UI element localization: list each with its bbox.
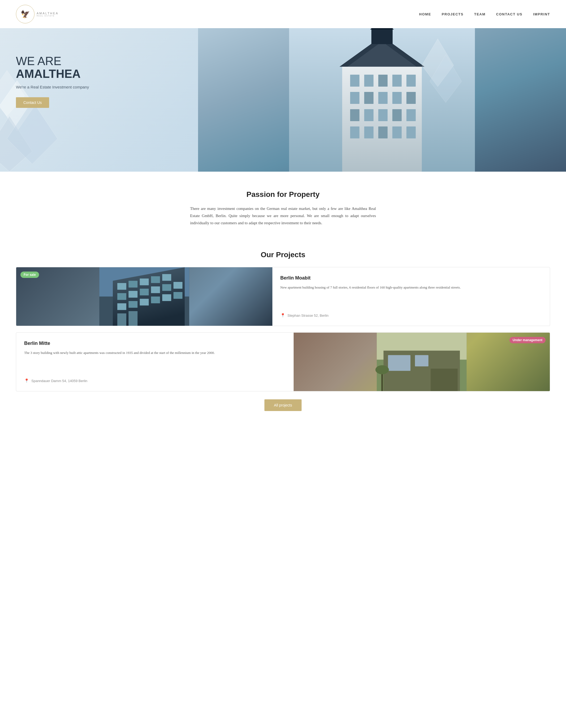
svg-rect-15 [350,92,359,104]
all-projects-wrapper: All projects [16,399,550,411]
project-title-2: Berlin Mitte [24,341,285,346]
brand-tagline: REAL ESTATE [37,15,58,17]
hero-section: WE ARE AMALTHEA We're a Real Estate Inve… [0,28,566,172]
nav-team[interactable]: TEAM [474,12,486,16]
svg-rect-10 [350,75,359,87]
project-info-2: Berlin Mitte The 3 story building with n… [16,333,293,391]
nav-projects[interactable]: PROJECTS [442,12,463,16]
location-icon-1: 📍 [281,313,285,318]
project-image-2: Under management [293,333,550,391]
project-badge-1: For sale [20,272,39,278]
project-title-1: Berlin Moabit [281,275,542,281]
building-placeholder [198,28,566,172]
svg-rect-45 [173,282,182,289]
nav-contact[interactable]: CONTACT US [496,12,522,16]
svg-rect-27 [378,126,387,138]
project-description-2: The 3 story building with newly built at… [24,350,285,356]
svg-rect-36 [129,281,138,287]
svg-rect-50 [162,294,171,301]
svg-rect-47 [129,301,138,308]
svg-rect-18 [392,92,402,104]
svg-rect-58 [388,355,411,371]
svg-rect-23 [392,109,402,121]
hero-text: WE ARE AMALTHEA We're a Real Estate Inve… [16,44,122,108]
svg-rect-46 [117,303,126,310]
logo-circle: 🦅 [16,5,35,23]
project-badge-2: Under management [509,337,546,343]
svg-rect-49 [151,297,160,303]
svg-rect-29 [406,126,416,138]
projects-heading: Our Projects [16,251,550,259]
svg-rect-42 [140,289,149,295]
svg-rect-26 [364,126,373,138]
project-card-2: Under management Berlin Mitte The 3 stor… [16,332,550,391]
project-info-1: Berlin Moabit New apartment building hou… [273,267,550,326]
passion-heading: Passion for Property [32,190,534,199]
project-address-2: Spanndauer Damm 54, 14059 Berlin [31,379,87,383]
svg-rect-51 [173,292,182,299]
svg-rect-38 [151,276,160,283]
svg-point-61 [375,365,389,374]
svg-rect-59 [415,355,428,366]
hero-cta-button[interactable]: Contact Us [16,97,49,108]
hero-heading: WE ARE AMALTHEA [16,55,122,81]
svg-rect-53 [129,311,138,326]
nav-home[interactable]: HOME [419,12,431,16]
svg-rect-21 [364,109,373,121]
logo-bird-icon: 🦅 [21,10,30,19]
svg-rect-52 [117,313,126,326]
project-location-2: 📍 Spanndauer Damm 54, 14059 Berlin [24,378,285,383]
project-location-1: 📍 Stephan Strasse 52, Berlin [281,313,542,318]
hero-subtext: We're a Real Estate Investment company [16,85,122,89]
nav-imprint[interactable]: IMPRINT [533,12,550,16]
passion-body: There are many investment companies on t… [190,205,376,227]
hero-building-image [198,28,566,172]
nav-links: HOME PROJECTS TEAM CONTACT US IMPRINT [419,12,550,16]
svg-rect-43 [151,286,160,293]
location-icon-2: 📍 [24,378,29,383]
project-building-image-1 [16,267,273,326]
svg-rect-13 [392,75,402,87]
all-projects-button[interactable]: All projects [265,399,301,411]
svg-rect-8 [371,28,393,44]
logo[interactable]: 🦅 AMALTHEA REAL ESTATE [16,5,58,23]
svg-rect-28 [392,126,402,138]
svg-rect-14 [406,75,416,87]
project-description-1: New apartment building housing of 7 full… [281,285,542,290]
svg-rect-16 [364,92,373,104]
svg-rect-19 [406,92,416,104]
brand-name: AMALTHEA [37,12,58,15]
passion-section: Passion for Property There are many inve… [0,172,566,245]
project-image-1: For sale [16,267,273,326]
svg-rect-24 [406,109,416,121]
svg-rect-37 [140,278,149,285]
project-address-1: Stephan Strasse 52, Berlin [287,314,329,318]
svg-rect-11 [364,75,373,87]
svg-rect-17 [378,92,387,104]
svg-rect-20 [350,109,359,121]
navbar: 🦅 AMALTHEA REAL ESTATE HOME PROJECTS TEA… [0,0,566,28]
project-card-1: For sale Berlin Moabit New apartment bui… [16,267,550,326]
svg-rect-44 [162,284,171,291]
svg-rect-39 [162,274,171,281]
svg-rect-40 [117,293,126,300]
svg-rect-41 [129,291,138,298]
svg-rect-35 [117,283,126,290]
svg-marker-9 [370,28,394,29]
projects-section: Our Projects [0,245,566,427]
svg-rect-48 [140,299,149,305]
svg-rect-25 [350,126,359,138]
svg-rect-57 [431,369,458,391]
svg-rect-12 [378,75,387,87]
svg-rect-22 [378,109,387,121]
